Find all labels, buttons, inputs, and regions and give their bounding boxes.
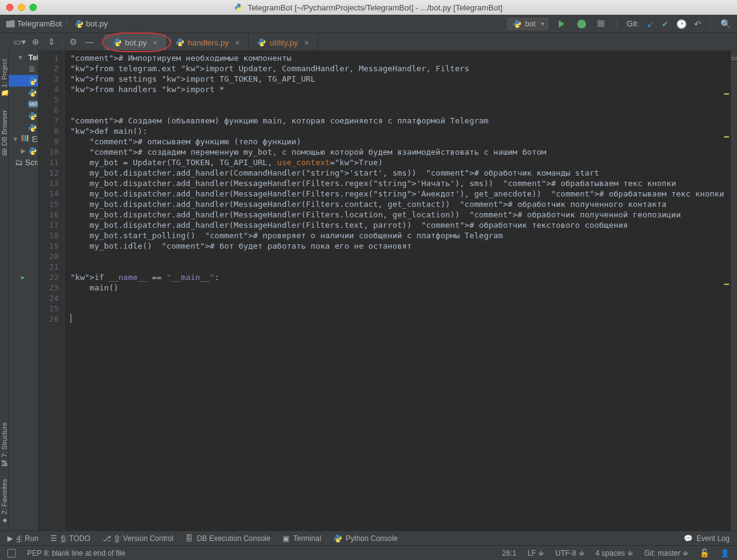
- line-number[interactable]: 24: [39, 293, 59, 303]
- breadcrumb[interactable]: TelegramBot 〉 bot.py: [6, 18, 107, 29]
- line-number[interactable]: 20: [39, 251, 59, 262]
- code-line[interactable]: my_bot.dispatcher.add_handler(MessageHan…: [71, 189, 724, 199]
- error-stripe[interactable]: [723, 50, 730, 531]
- chevron-down-icon[interactable]: ▼: [12, 136, 18, 142]
- code-line[interactable]: "comment"># описываем функцию (тело функ…: [71, 136, 724, 147]
- chevron-right-icon[interactable]: ▶: [21, 147, 26, 154]
- code-line[interactable]: [71, 95, 724, 105]
- close-tab-icon[interactable]: ×: [153, 38, 158, 47]
- code-line[interactable]: my_bot.dispatcher.add_handler(MessageHan…: [71, 220, 724, 230]
- vcs-history-icon[interactable]: 🕑: [676, 19, 687, 29]
- line-number[interactable]: 9: [39, 136, 59, 147]
- run-button[interactable]: [556, 18, 568, 30]
- line-number[interactable]: 2: [39, 63, 59, 74]
- line-number[interactable]: 10: [39, 147, 59, 157]
- line-number[interactable]: 14: [39, 189, 59, 199]
- sidebar-tab-favorites[interactable]: ★2: Favorites: [0, 479, 8, 524]
- line-number[interactable]: ▶22: [39, 272, 59, 282]
- tree-python-sdk[interactable]: ▶ < Python 3.6 (Te: [9, 145, 38, 157]
- tool-python-console[interactable]: Python Console: [333, 534, 398, 543]
- hide-icon[interactable]: —: [82, 34, 97, 49]
- line-number[interactable]: 21: [39, 262, 59, 272]
- code-line[interactable]: [71, 303, 724, 314]
- line-number[interactable]: 4: [39, 84, 59, 95]
- code-line[interactable]: [71, 262, 724, 272]
- run-config-selector[interactable]: bot: [507, 18, 548, 30]
- hide-right-icon[interactable]: ▭: [731, 50, 737, 62]
- tool-vcs[interactable]: ⎇ 9: Version Control: [103, 534, 173, 543]
- editor[interactable]: 123456789101112131415161718192021▶222324…: [39, 50, 730, 531]
- maximize-window-icon[interactable]: [29, 4, 37, 11]
- code-line[interactable]: "comment"># создадим переменную my_bot, …: [71, 147, 724, 157]
- close-tab-icon[interactable]: ×: [235, 38, 240, 47]
- tree-file-settings-py[interactable]: settings.py: [9, 110, 38, 122]
- chevron-down-icon[interactable]: ▼: [17, 54, 23, 61]
- line-number[interactable]: 13: [39, 178, 59, 189]
- code-line[interactable]: "kw">def main():: [71, 126, 724, 136]
- stop-button[interactable]: [595, 18, 607, 30]
- line-number[interactable]: 19: [39, 241, 59, 251]
- settings-icon[interactable]: ⚙: [66, 34, 81, 49]
- project-dropdown-icon[interactable]: ▭▾: [12, 34, 27, 49]
- code-line[interactable]: "kw">from telegram.ext "kw">import Updat…: [71, 63, 724, 74]
- line-number[interactable]: 25: [39, 303, 59, 314]
- line-number[interactable]: 26: [39, 314, 59, 324]
- sidebar-tab-structure[interactable]: 🏗7: Structure: [1, 422, 8, 467]
- editor-tab-handlers-py[interactable]: handlers.py×: [167, 34, 249, 50]
- tree-file-handlers-py[interactable]: handlers.py: [9, 87, 38, 98]
- warning-marker-icon[interactable]: [724, 93, 729, 95]
- project-tree[interactable]: ▼ TelegramBot ~/Py 🗎.gitignorebot.pyhand…: [9, 50, 39, 531]
- code-line[interactable]: [71, 293, 724, 303]
- select-open-file-icon[interactable]: ⊕: [28, 34, 43, 49]
- code-line[interactable]: [71, 314, 724, 324]
- vcs-update-icon[interactable]: ↙: [647, 19, 654, 29]
- code-line[interactable]: "kw">from settings "kw">import TG_TOKEN,…: [71, 74, 724, 84]
- code-line[interactable]: my_bot.dispatcher.add_handler(CommandHan…: [71, 168, 724, 178]
- line-number[interactable]: 6: [39, 105, 59, 115]
- line-number[interactable]: 1: [39, 53, 59, 63]
- code-line[interactable]: my_bot.dispatcher.add_handler(MessageHan…: [71, 199, 724, 209]
- run-gutter-icon[interactable]: ▶: [21, 272, 25, 282]
- line-number[interactable]: 7: [39, 115, 59, 126]
- indent-setting[interactable]: 4 spaces ≑: [596, 549, 633, 558]
- tree-file-README-md[interactable]: MDREADME.md: [9, 98, 38, 110]
- close-tab-icon[interactable]: ×: [304, 38, 309, 47]
- expand-collapse-icon[interactable]: ⇕: [44, 34, 59, 49]
- line-number[interactable]: 15: [39, 199, 59, 209]
- tool-run[interactable]: ▶ 4: Run: [7, 534, 38, 543]
- tree-file-utility-py[interactable]: utility.py: [9, 122, 38, 133]
- sidebar-tab-project[interactable]: 📁1: Project: [0, 59, 8, 98]
- code-line[interactable]: my_bot.start_polling() "comment"># прове…: [71, 230, 724, 241]
- code-line[interactable]: my_bot = Updater(TG_TOKEN, TG_API_URL, u…: [71, 157, 724, 168]
- editor-tab-utility-py[interactable]: utility.py×: [249, 34, 318, 50]
- tool-event-log[interactable]: 💬 Event Log: [684, 534, 730, 543]
- status-bar-icon[interactable]: [7, 549, 16, 558]
- tree-file--gitignore[interactable]: 🗎.gitignore: [9, 63, 38, 75]
- code-line[interactable]: "comment"># Импортируем необходимые комп…: [71, 53, 724, 63]
- code-line[interactable]: "kw">from handlers "kw">import *: [71, 84, 724, 95]
- line-separator[interactable]: LF ≑: [528, 549, 544, 558]
- line-number[interactable]: 8: [39, 126, 59, 136]
- warning-marker-icon[interactable]: [724, 136, 729, 138]
- tool-terminal[interactable]: ▣ Terminal: [283, 534, 321, 543]
- line-number[interactable]: 12: [39, 168, 59, 178]
- line-number[interactable]: 16: [39, 209, 59, 220]
- sidebar-tab-db-browser[interactable]: 🗄DB Browser: [1, 110, 8, 155]
- code-line[interactable]: my_bot.dispatcher.add_handler(MessageHan…: [71, 178, 724, 189]
- code-content[interactable]: "comment"># Импортируем необходимые комп…: [64, 50, 730, 531]
- breadcrumb-project[interactable]: TelegramBot: [17, 19, 62, 28]
- vcs-commit-icon[interactable]: ✔: [661, 19, 669, 29]
- tree-external-libraries[interactable]: ▼ External Libraries: [9, 133, 38, 145]
- close-window-icon[interactable]: [6, 4, 14, 11]
- inspection-icon[interactable]: 👤: [720, 549, 730, 558]
- readonly-lock-icon[interactable]: 🔓: [700, 548, 709, 558]
- git-branch[interactable]: Git: master ≑: [644, 549, 688, 558]
- tool-db-console[interactable]: 🗄 DB Execution Console: [185, 534, 270, 543]
- debug-button[interactable]: [575, 18, 588, 30]
- file-encoding[interactable]: UTF-8 ≑: [555, 549, 584, 558]
- tree-scratches[interactable]: 🗂 Scratches and Cons: [9, 157, 38, 168]
- code-line[interactable]: [71, 251, 724, 262]
- line-number[interactable]: 11: [39, 157, 59, 168]
- warning-marker-icon[interactable]: [724, 284, 729, 285]
- code-line[interactable]: "kw">if __name__ == "__main__":: [71, 272, 724, 282]
